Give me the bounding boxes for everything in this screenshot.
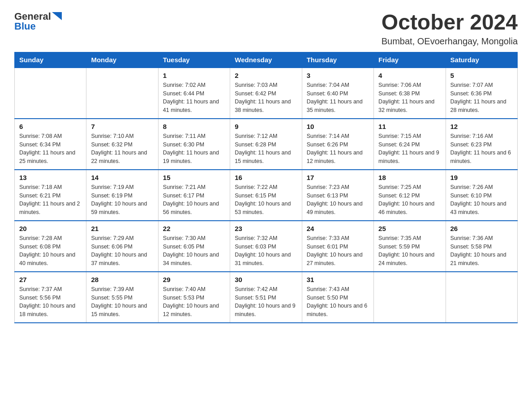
svg-marker-0 [52, 12, 62, 20]
col-thursday: Thursday [302, 52, 373, 68]
day-cell [86, 68, 158, 119]
day-cell: 21Sunrise: 7:29 AMSunset: 6:06 PMDayligh… [86, 221, 158, 272]
day-info: Sunrise: 7:23 AMSunset: 6:13 PMDaylight:… [307, 183, 369, 217]
day-info: Sunrise: 7:15 AMSunset: 6:24 PMDaylight:… [378, 132, 441, 166]
col-friday: Friday [374, 52, 446, 68]
day-info: Sunrise: 7:22 AMSunset: 6:15 PMDaylight:… [235, 183, 297, 217]
day-number: 12 [450, 123, 513, 130]
col-monday: Monday [86, 52, 158, 68]
day-info: Sunrise: 7:39 AMSunset: 5:55 PMDaylight:… [91, 285, 153, 319]
day-cell: 26Sunrise: 7:36 AMSunset: 5:58 PMDayligh… [446, 221, 517, 272]
day-info: Sunrise: 7:16 AMSunset: 6:23 PMDaylight:… [450, 132, 513, 166]
day-cell: 15Sunrise: 7:21 AMSunset: 6:17 PMDayligh… [158, 170, 230, 221]
day-number: 3 [307, 72, 369, 79]
logo-triangle-icon [52, 12, 62, 20]
day-number: 31 [307, 276, 369, 283]
day-cell: 8Sunrise: 7:11 AMSunset: 6:30 PMDaylight… [158, 119, 230, 170]
day-cell: 27Sunrise: 7:37 AMSunset: 5:56 PMDayligh… [15, 272, 86, 323]
day-cell: 1Sunrise: 7:02 AMSunset: 6:44 PMDaylight… [158, 68, 230, 119]
day-info: Sunrise: 7:02 AMSunset: 6:44 PMDaylight:… [163, 81, 225, 115]
day-cell: 28Sunrise: 7:39 AMSunset: 5:55 PMDayligh… [86, 272, 158, 323]
day-cell: 20Sunrise: 7:28 AMSunset: 6:08 PMDayligh… [15, 221, 86, 272]
col-saturday: Saturday [446, 52, 517, 68]
day-cell: 18Sunrise: 7:25 AMSunset: 6:12 PMDayligh… [374, 170, 446, 221]
header-row: Sunday Monday Tuesday Wednesday Thursday… [15, 52, 518, 68]
week-row-3: 13Sunrise: 7:18 AMSunset: 6:21 PMDayligh… [15, 170, 518, 221]
day-info: Sunrise: 7:07 AMSunset: 6:36 PMDaylight:… [450, 81, 513, 115]
day-info: Sunrise: 7:30 AMSunset: 6:05 PMDaylight:… [163, 234, 225, 268]
logo: General Blue [14, 11, 62, 32]
day-info: Sunrise: 7:04 AMSunset: 6:40 PMDaylight:… [307, 81, 369, 115]
day-number: 13 [19, 174, 82, 181]
day-cell: 12Sunrise: 7:16 AMSunset: 6:23 PMDayligh… [446, 119, 517, 170]
day-number: 20 [19, 225, 82, 232]
day-cell: 6Sunrise: 7:08 AMSunset: 6:34 PMDaylight… [15, 119, 86, 170]
day-info: Sunrise: 7:40 AMSunset: 5:53 PMDaylight:… [163, 285, 225, 319]
day-number: 11 [378, 123, 441, 130]
title-area: October 2024 Bumbat, OEvoerhangay, Mongo… [382, 11, 518, 47]
day-info: Sunrise: 7:36 AMSunset: 5:58 PMDaylight:… [450, 234, 513, 268]
week-row-1: 1Sunrise: 7:02 AMSunset: 6:44 PMDaylight… [15, 68, 518, 119]
day-info: Sunrise: 7:35 AMSunset: 5:59 PMDaylight:… [378, 234, 441, 268]
day-info: Sunrise: 7:12 AMSunset: 6:28 PMDaylight:… [235, 132, 297, 166]
day-info: Sunrise: 7:43 AMSunset: 5:50 PMDaylight:… [307, 285, 369, 319]
day-info: Sunrise: 7:10 AMSunset: 6:32 PMDaylight:… [91, 132, 153, 166]
subtitle: Bumbat, OEvoerhangay, Mongolia [382, 36, 518, 47]
day-cell: 23Sunrise: 7:32 AMSunset: 6:03 PMDayligh… [230, 221, 302, 272]
day-cell [374, 272, 446, 323]
day-info: Sunrise: 7:11 AMSunset: 6:30 PMDaylight:… [163, 132, 225, 166]
day-info: Sunrise: 7:03 AMSunset: 6:42 PMDaylight:… [235, 81, 297, 115]
day-info: Sunrise: 7:37 AMSunset: 5:56 PMDaylight:… [19, 285, 82, 319]
day-info: Sunrise: 7:21 AMSunset: 6:17 PMDaylight:… [163, 183, 225, 217]
day-cell: 17Sunrise: 7:23 AMSunset: 6:13 PMDayligh… [302, 170, 373, 221]
day-cell: 19Sunrise: 7:26 AMSunset: 6:10 PMDayligh… [446, 170, 517, 221]
day-number: 22 [163, 225, 225, 232]
day-number: 1 [163, 72, 225, 79]
week-row-4: 20Sunrise: 7:28 AMSunset: 6:08 PMDayligh… [15, 221, 518, 272]
day-number: 2 [235, 72, 297, 79]
day-number: 18 [378, 174, 441, 181]
calendar-table: Sunday Monday Tuesday Wednesday Thursday… [14, 52, 518, 323]
day-cell [446, 272, 517, 323]
day-number: 5 [450, 72, 513, 79]
day-cell: 7Sunrise: 7:10 AMSunset: 6:32 PMDaylight… [86, 119, 158, 170]
day-number: 7 [91, 123, 153, 130]
day-cell: 13Sunrise: 7:18 AMSunset: 6:21 PMDayligh… [15, 170, 86, 221]
day-number: 14 [91, 174, 153, 181]
day-info: Sunrise: 7:32 AMSunset: 6:03 PMDaylight:… [235, 234, 297, 268]
week-row-2: 6Sunrise: 7:08 AMSunset: 6:34 PMDaylight… [15, 119, 518, 170]
day-info: Sunrise: 7:25 AMSunset: 6:12 PMDaylight:… [378, 183, 441, 217]
day-number: 16 [235, 174, 297, 181]
day-cell [15, 68, 86, 119]
col-tuesday: Tuesday [158, 52, 230, 68]
day-info: Sunrise: 7:42 AMSunset: 5:51 PMDaylight:… [235, 285, 297, 319]
day-cell: 22Sunrise: 7:30 AMSunset: 6:05 PMDayligh… [158, 221, 230, 272]
day-cell: 3Sunrise: 7:04 AMSunset: 6:40 PMDaylight… [302, 68, 373, 119]
day-cell: 30Sunrise: 7:42 AMSunset: 5:51 PMDayligh… [230, 272, 302, 323]
day-number: 24 [307, 225, 369, 232]
day-number: 6 [19, 123, 82, 130]
day-number: 21 [91, 225, 153, 232]
day-number: 26 [450, 225, 513, 232]
day-info: Sunrise: 7:28 AMSunset: 6:08 PMDaylight:… [19, 234, 82, 268]
day-cell: 2Sunrise: 7:03 AMSunset: 6:42 PMDaylight… [230, 68, 302, 119]
day-number: 10 [307, 123, 369, 130]
day-info: Sunrise: 7:14 AMSunset: 6:26 PMDaylight:… [307, 132, 369, 166]
day-number: 17 [307, 174, 369, 181]
day-info: Sunrise: 7:08 AMSunset: 6:34 PMDaylight:… [19, 132, 82, 166]
day-cell: 24Sunrise: 7:33 AMSunset: 6:01 PMDayligh… [302, 221, 373, 272]
day-info: Sunrise: 7:26 AMSunset: 6:10 PMDaylight:… [450, 183, 513, 217]
day-info: Sunrise: 7:19 AMSunset: 6:19 PMDaylight:… [91, 183, 153, 217]
day-cell: 9Sunrise: 7:12 AMSunset: 6:28 PMDaylight… [230, 119, 302, 170]
day-number: 23 [235, 225, 297, 232]
day-number: 15 [163, 174, 225, 181]
day-number: 19 [450, 174, 513, 181]
day-number: 4 [378, 72, 441, 79]
day-cell: 29Sunrise: 7:40 AMSunset: 5:53 PMDayligh… [158, 272, 230, 323]
day-info: Sunrise: 7:18 AMSunset: 6:21 PMDaylight:… [19, 183, 82, 217]
day-number: 28 [91, 276, 153, 283]
day-number: 27 [19, 276, 82, 283]
col-wednesday: Wednesday [230, 52, 302, 68]
day-info: Sunrise: 7:33 AMSunset: 6:01 PMDaylight:… [307, 234, 369, 268]
day-number: 9 [235, 123, 297, 130]
